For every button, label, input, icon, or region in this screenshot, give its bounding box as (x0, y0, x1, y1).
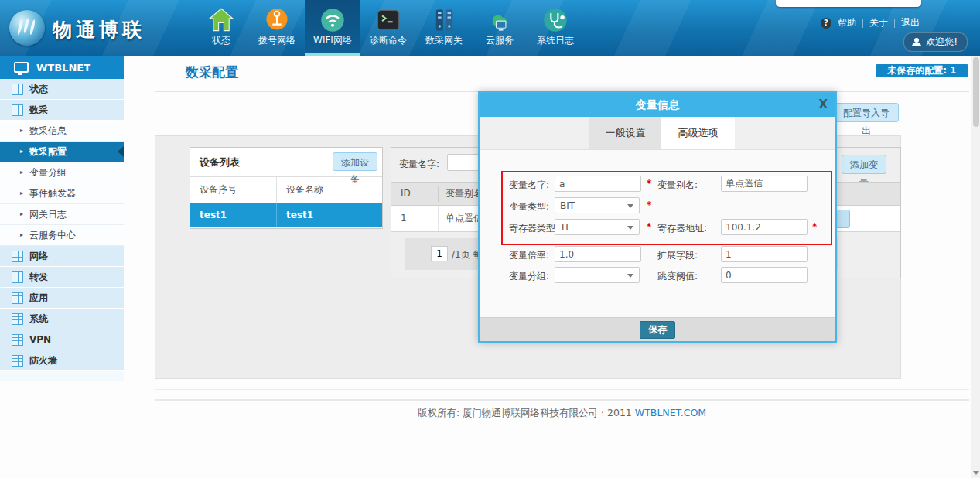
id-column: ID (401, 183, 411, 205)
sidebar-item-firewall[interactable]: 防火墙 (0, 350, 124, 371)
sidebar-item-label: 转发 (29, 267, 48, 287)
scrollbar-track[interactable] (971, 56, 980, 478)
nav-item-data-gateway[interactable]: 数采网关 (416, 0, 472, 56)
welcome-badge: 欢迎您! (903, 32, 968, 52)
var-ratio-label: 变量倍率: (509, 249, 549, 262)
logo-stroke (29, 19, 36, 35)
logout-link[interactable]: 退出 (901, 16, 920, 29)
jump-threshold-input[interactable] (721, 267, 808, 283)
sidebar-item-network[interactable]: 网络 (0, 246, 124, 267)
sidebar-item-gateway-log[interactable]: ▸网关日志 (0, 204, 124, 225)
footer-link[interactable]: WTBLNET.COM (635, 407, 706, 418)
sidebar-item-variable-group[interactable]: ▸变量分组 (0, 162, 124, 183)
sidebar-item-label: 数采配置 (29, 142, 67, 162)
import-export-button[interactable]: 配置导入导出 (834, 103, 899, 122)
ext-field-label: 扩展字段: (657, 249, 698, 262)
sidebar-item-vpn[interactable]: VPN (0, 329, 124, 350)
device-table-row-selected[interactable]: test1 test1 (190, 203, 382, 227)
var-type-label: 变量类型: (509, 200, 549, 213)
nav-item-diagnostics[interactable]: 诊断命令 (360, 0, 416, 56)
terminal-icon (375, 7, 401, 33)
add-device-button[interactable]: 添加设备 (333, 152, 377, 171)
nav-item-dial-network[interactable]: 拨号网络 (249, 0, 305, 56)
nav-label: 诊断命令 (360, 34, 416, 47)
sidebar-item-forwarding[interactable]: 转发 (0, 267, 124, 288)
sidebar-item-label: 变量分组 (29, 162, 67, 183)
ext-field-input[interactable] (721, 246, 808, 262)
help-icon: ? (821, 18, 831, 29)
device-name-column: 设备名称 (277, 177, 382, 203)
divider (438, 186, 439, 202)
about-link[interactable]: 关于 (869, 16, 888, 29)
scroll-down-arrow-icon[interactable] (973, 471, 979, 475)
divider (862, 19, 863, 28)
device-serial-column: 设备序号 (190, 177, 277, 203)
reg-addr-input[interactable] (721, 219, 808, 235)
page-number-input[interactable] (431, 246, 448, 261)
nav-label: 数采网关 (416, 34, 472, 47)
required-asterisk: * (647, 200, 651, 210)
sidebar-item-data-info[interactable]: ▸数采信息 (0, 121, 124, 142)
sidebar-item-cloud-center[interactable]: ▸云服务中心 (0, 225, 124, 246)
nav-label: 云服务 (472, 34, 528, 47)
unsaved-config-badge: 未保存的配置: 1 (876, 64, 968, 77)
sidebar-item-label: 状态 (29, 79, 48, 99)
triangle-icon: ▸ (20, 183, 23, 203)
grid-icon (12, 355, 23, 367)
logo-stroke (23, 18, 30, 33)
required-asterisk: * (647, 178, 651, 189)
close-icon[interactable]: X (818, 93, 828, 117)
var-group-label: 变量分组: (509, 270, 549, 283)
var-group-select[interactable] (555, 267, 640, 283)
top-header-bar: 物通博联 状态 拨号网络 WIFI网络 (0, 0, 980, 56)
sidebar-item-application[interactable]: 应用 (0, 288, 124, 309)
help-link[interactable]: 帮助 (838, 16, 856, 29)
sidebar-item-label: 事件触发器 (29, 183, 76, 203)
grid-icon (12, 334, 23, 346)
sidebar-item-label: VPN (29, 329, 51, 350)
var-type-select[interactable]: BIT (555, 197, 640, 213)
nav-label: 系统日志 (528, 34, 583, 47)
triangle-icon: ▸ (20, 225, 23, 245)
modal-body: 变量名字: * 变量别名: 变量类型: BIT * 寄存器类型: TI * 寄存… (480, 149, 835, 318)
triangle-icon: ▸ (20, 142, 23, 162)
tab-advanced-options[interactable]: 高级选项 (661, 117, 735, 149)
var-alias-label: 变量别名: (657, 179, 698, 192)
sidebar-item-system[interactable]: 系统 (0, 309, 124, 329)
alias-column: 变量别名 (446, 183, 483, 205)
triangle-icon: ▸ (20, 121, 23, 141)
tab-general-settings[interactable]: 一般设置 (589, 117, 661, 149)
nav-item-status[interactable]: 状态 (193, 0, 249, 56)
grid-icon (12, 104, 23, 116)
save-button[interactable]: 保存 (640, 321, 675, 339)
gateway-icon (431, 7, 457, 33)
browser-popup-fragment (776, 0, 921, 7)
user-icon (912, 38, 921, 46)
add-variable-button[interactable]: 添加变量 (842, 155, 886, 174)
sidebar-title: WTBLNET (0, 56, 124, 79)
sidebar-item-data-config[interactable]: ▸数采配置 (0, 142, 124, 162)
nav-label: WIFI网络 (305, 34, 360, 47)
divider (155, 399, 969, 401)
nav-label: 状态 (193, 34, 249, 47)
nav-item-cloud-service[interactable]: 云服务 (472, 0, 528, 56)
var-name-input[interactable] (555, 176, 641, 192)
divider (894, 19, 895, 28)
var-alias-input[interactable] (721, 176, 808, 192)
sidebar-item-status[interactable]: 状态 (0, 79, 124, 100)
nav-item-wifi-network[interactable]: WIFI网络 (305, 0, 360, 56)
scrollbar-thumb[interactable] (973, 57, 979, 127)
variable-alias-cell: 单点遥信 (446, 206, 483, 231)
var-ratio-input[interactable] (555, 246, 641, 262)
footer-copyright: 版权所有: 厦门物通博联网络科技有限公司 · 2011 WTBLNET.COM (155, 407, 969, 420)
variable-info-modal: 变量信息 X 一般设置 高级选项 变量名字: * 变量别名: 变量类型: BIT… (478, 91, 837, 343)
reg-type-select[interactable]: TI (555, 219, 640, 235)
device-serial-cell: test1 (190, 203, 277, 227)
sidebar-item-data-collection[interactable]: 数采 (0, 100, 124, 121)
sidebar: WTBLNET 状态 数采 ▸数采信息 ▸数采配置 ▸变量分组 ▸事件触发器 ▸… (0, 56, 124, 381)
grid-icon (12, 271, 23, 283)
nav-item-system-log[interactable]: 系统日志 (528, 0, 583, 56)
sidebar-item-event-trigger[interactable]: ▸事件触发器 (0, 183, 124, 204)
logo-stroke (17, 19, 24, 35)
sidebar-item-label: 网关日志 (29, 204, 67, 224)
